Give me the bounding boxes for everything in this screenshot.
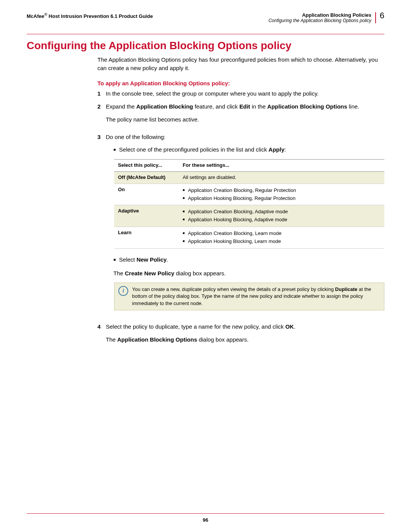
chapter-number: 6 xyxy=(380,11,384,21)
t: The xyxy=(113,270,125,276)
footer-rule xyxy=(27,513,384,514)
note-text: You can create a new, duplicate policy w… xyxy=(132,286,380,307)
col-header: For these settings... xyxy=(179,160,384,172)
table-row: Off (McAfee Default) All settings are di… xyxy=(114,171,384,184)
setting-item: Application Creation Blocking, Regular P… xyxy=(183,187,381,194)
t: Do one of the following: xyxy=(106,133,384,141)
info-icon: i xyxy=(118,286,128,296)
policy-settings: Application Creation Blocking, Adaptive … xyxy=(179,205,384,227)
bullet: Select New Policy. xyxy=(113,256,384,264)
step-number: 4 xyxy=(97,323,106,348)
setting-item: Application Creation Blocking, Adaptive … xyxy=(183,208,381,216)
subsection-name: Configuring the Application Blocking Opt… xyxy=(268,18,371,23)
policy-name: Off (McAfee Default) xyxy=(114,171,179,184)
step-4: 4 Select the policy to duplicate, type a… xyxy=(97,323,384,348)
t: Apply xyxy=(269,146,285,153)
t: Duplicate xyxy=(335,286,358,292)
t: in the xyxy=(250,103,267,110)
step-number: 2 xyxy=(97,102,106,128)
policy-settings: Application Creation Blocking, Learn mod… xyxy=(179,227,384,249)
policy-settings: Application Creation Blocking, Regular P… xyxy=(179,184,384,205)
t: Application Blocking Options xyxy=(267,103,347,110)
step-number: 3 xyxy=(97,133,106,318)
header-right: Application Blocking Policies Configurin… xyxy=(268,12,384,23)
t: . xyxy=(294,323,295,330)
step-1: 1 In the console tree, select the group … xyxy=(97,89,384,98)
t: New Policy xyxy=(137,256,167,263)
t: dialog box appears. xyxy=(174,270,226,276)
setting-item: Application Creation Blocking, Learn mod… xyxy=(183,230,381,237)
policy-name: Learn xyxy=(114,227,179,249)
doc-title: Host Intrusion Prevention 6.1 Product Gu… xyxy=(49,13,153,19)
t: Expand the xyxy=(106,103,136,110)
brand-suffix: ® xyxy=(44,12,47,17)
t: Select the policy to duplicate, type a n… xyxy=(106,323,285,330)
sub-bullets: Select New Policy. xyxy=(113,256,384,264)
step-text: In the console tree, select the group or… xyxy=(106,89,384,98)
page-title: Configuring the Application Blocking Opt… xyxy=(27,40,411,52)
policy-table: Select this policy... For these settings… xyxy=(114,159,384,249)
step-3: 3 Do one of the following: Select one of… xyxy=(97,133,384,318)
t: Select one of the preconfigured policies… xyxy=(119,146,269,153)
step-after: The policy name list becomes active. xyxy=(106,115,384,124)
section-name: Application Blocking Policies xyxy=(268,12,371,18)
policy-settings: All settings are disabled. xyxy=(179,171,384,184)
step-number: 1 xyxy=(97,89,106,98)
t: You can create a new, duplicate policy w… xyxy=(132,286,335,292)
t: OK xyxy=(285,323,294,330)
step-text: Select the policy to duplicate, type a n… xyxy=(106,323,384,348)
setting-item: Application Hooking Blocking, Learn mode xyxy=(183,238,381,245)
t: Application Blocking Options xyxy=(117,336,197,343)
top-rule xyxy=(27,34,384,34)
setting-item: Application Hooking Blocking, Adaptive m… xyxy=(183,216,381,224)
step-2: 2 Expand the Application Blocking featur… xyxy=(97,102,384,128)
t: . xyxy=(167,256,168,263)
bullet: Select one of the preconfigured policies… xyxy=(113,145,384,154)
procedure-heading: To apply an Application Blocking Options… xyxy=(97,79,384,88)
table-header-row: Select this policy... For these settings… xyxy=(114,160,384,172)
t: Edit xyxy=(239,103,250,110)
t: Application Blocking xyxy=(136,103,193,110)
col-header: Select this policy... xyxy=(114,160,179,172)
t: dialog box appears. xyxy=(197,336,249,343)
page-number: 96 xyxy=(0,517,411,523)
intro-text: The Application Blocking Options policy … xyxy=(97,56,384,72)
body-content: The Application Blocking Options policy … xyxy=(97,56,384,348)
table-row: Adaptive Application Creation Blocking, … xyxy=(114,205,384,227)
t: : xyxy=(284,146,286,153)
header-left: McAfee® Host Intrusion Prevention 6.1 Pr… xyxy=(27,12,153,19)
info-note: i You can create a new, duplicate policy… xyxy=(114,283,384,310)
table-row: Learn Application Creation Blocking, Lea… xyxy=(114,227,384,249)
t: Create New Policy xyxy=(125,270,174,276)
table-row: On Application Creation Blocking, Regula… xyxy=(114,184,384,205)
t: feature, and click xyxy=(193,103,239,110)
brand: McAfee xyxy=(27,13,44,19)
t: line. xyxy=(347,103,359,110)
t: Select xyxy=(119,256,137,263)
policy-name: Adaptive xyxy=(114,205,179,227)
setting-item: Application Hooking Blocking, Regular Pr… xyxy=(183,195,381,202)
policy-name: On xyxy=(114,184,179,205)
sub-bullets: Select one of the preconfigured policies… xyxy=(113,145,384,154)
page-header: McAfee® Host Intrusion Prevention 6.1 Pr… xyxy=(27,12,384,23)
step-text: Do one of the following: Select one of t… xyxy=(106,133,384,318)
steps-list: 1 In the console tree, select the group … xyxy=(97,89,384,348)
t: The xyxy=(106,336,117,343)
step-text: Expand the Application Blocking feature,… xyxy=(106,102,384,128)
